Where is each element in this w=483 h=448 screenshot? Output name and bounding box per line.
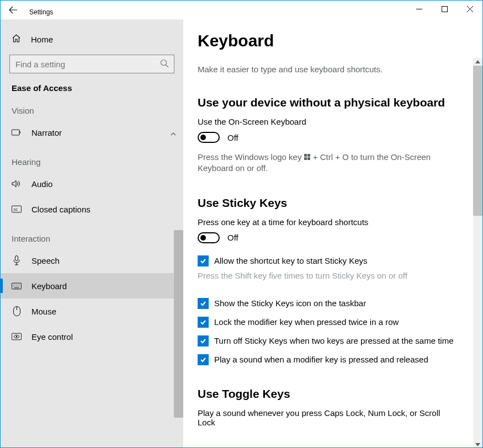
sticky-option-checkbox-1[interactable] <box>198 317 209 328</box>
sticky-option-checkbox-0[interactable] <box>198 298 209 309</box>
onscreen-label: Use the On-Screen Keyboard <box>198 117 474 126</box>
arrow-left-icon <box>8 5 18 15</box>
nav-label: Keyboard <box>31 281 67 291</box>
group-label-interaction: Interaction <box>1 234 183 243</box>
sidebar-item-speech[interactable]: Speech <box>1 248 183 273</box>
eye-control-icon <box>12 333 22 340</box>
nav-label: Eye control <box>31 332 73 342</box>
sidebar-item-eye-control[interactable]: Eye control <box>1 324 183 349</box>
mouse-icon <box>12 306 22 316</box>
scroll-up-arrow[interactable] <box>473 58 482 66</box>
sticky-option-label: Play a sound when a modifier key is pres… <box>214 355 428 364</box>
microphone-icon <box>12 255 22 265</box>
sticky-option-checkbox-3[interactable] <box>198 354 209 365</box>
search-input[interactable] <box>9 55 174 73</box>
sticky-option-checkbox-2[interactable] <box>198 335 209 346</box>
svg-rect-2 <box>12 130 19 135</box>
group-label-vision: Vision <box>1 106 183 115</box>
onscreen-toggle-state: Off <box>227 133 238 142</box>
onscreen-hint: Press the Windows logo key + Ctrl + O to… <box>198 152 435 174</box>
closed-captions-icon: cc <box>12 205 22 213</box>
svg-rect-0 <box>442 6 447 12</box>
close-button[interactable] <box>457 1 482 17</box>
windows-logo-icon <box>304 154 311 161</box>
audio-icon <box>12 179 22 188</box>
sticky-toggle-state: Off <box>227 233 238 242</box>
sticky-shortcut-checkbox[interactable] <box>198 255 209 266</box>
page-subtitle: Make it easier to type and use keyboard … <box>198 65 474 74</box>
sidebar-item-home[interactable]: Home <box>1 28 183 50</box>
minimize-icon <box>416 6 422 12</box>
sidebar: Home Ease of Access Vision Narrator Hear… <box>1 19 183 448</box>
back-button[interactable] <box>1 1 26 19</box>
group-label-hearing: Hearing <box>1 157 183 167</box>
home-label: Home <box>31 35 53 44</box>
sidebar-item-narrator[interactable]: Narrator <box>1 120 183 145</box>
narrator-icon <box>12 128 22 137</box>
minimize-button[interactable] <box>406 1 432 17</box>
maximize-button[interactable] <box>432 1 457 17</box>
sticky-shortcut-label: Allow the shortcut key to start Sticky K… <box>214 256 368 265</box>
sticky-label: Press one key at a time for keyboard sho… <box>198 217 474 227</box>
keyboard-icon <box>12 282 22 290</box>
nav-label: Audio <box>31 179 52 189</box>
sidebar-item-closed-captions[interactable]: cc Closed captions <box>1 196 183 222</box>
svg-text:cc: cc <box>14 207 18 212</box>
togglekeys-heading: Use Toggle Keys <box>198 387 474 401</box>
titlebar: Settings <box>1 1 482 19</box>
sticky-toggle[interactable] <box>198 232 220 243</box>
sidebar-item-mouse[interactable]: Mouse <box>1 298 183 324</box>
sticky-option-label: Show the Sticky Keys icon on the taskbar <box>214 298 366 308</box>
window-title: Settings <box>26 4 53 16</box>
sidebar-item-keyboard[interactable]: Keyboard <box>1 273 183 298</box>
sticky-option-label: Turn off Sticky Keys when two keys are p… <box>214 336 454 345</box>
sticky-option-label: Lock the modifier key when pressed twice… <box>214 317 399 327</box>
scroll-down-arrow[interactable] <box>473 441 482 448</box>
nav-label: Mouse <box>31 307 56 316</box>
maximize-icon <box>442 6 448 12</box>
onscreen-heading: Use your device without a physical keybo… <box>198 96 474 109</box>
svg-point-1 <box>161 60 167 66</box>
nav-label: Closed captions <box>31 205 91 214</box>
nav-label: Narrator <box>31 128 62 137</box>
section-title: Ease of Access <box>1 83 183 93</box>
svg-point-10 <box>16 336 18 338</box>
nav-label: Speech <box>31 256 60 265</box>
page-title: Keyboard <box>198 31 474 50</box>
main-scrollbar-thumb[interactable] <box>473 66 482 216</box>
close-icon <box>467 6 473 12</box>
sidebar-scrollbar[interactable] <box>174 230 183 418</box>
onscreen-toggle[interactable] <box>198 132 220 143</box>
search-icon <box>160 59 169 70</box>
sticky-shortcut-hint: Press the Shift key five times to turn S… <box>198 271 474 280</box>
home-icon <box>12 34 21 45</box>
main-content: Keyboard Make it easier to type and use … <box>183 19 482 448</box>
svg-rect-5 <box>15 256 18 261</box>
sticky-heading: Use Sticky Keys <box>198 196 474 210</box>
togglekeys-label: Play a sound whenever you press Caps Loc… <box>198 408 440 427</box>
sidebar-item-audio[interactable]: Audio <box>1 171 183 196</box>
